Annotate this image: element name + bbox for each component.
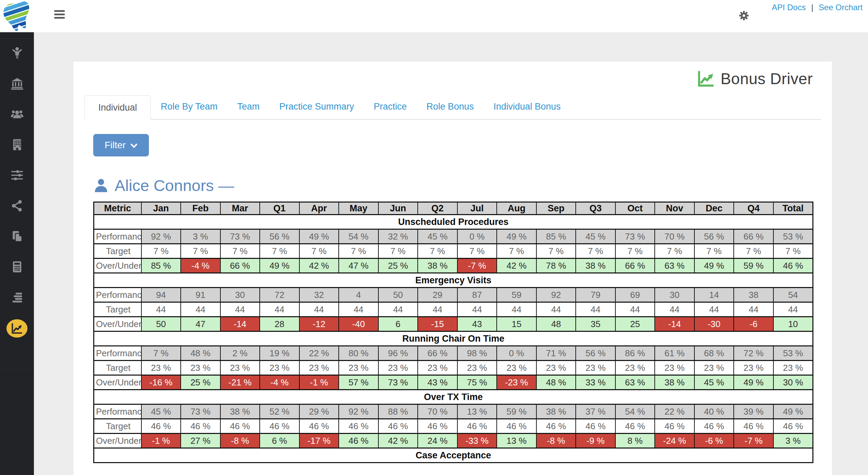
sidebar-item-teams[interactable]: [0, 99, 34, 130]
value-cell: 73 %: [378, 375, 418, 390]
value-cell: 19 %: [260, 346, 299, 361]
tab-practice-summary[interactable]: Practice Summary: [270, 95, 364, 119]
value-cell: 49 %: [260, 259, 299, 273]
tooth-logo-icon: [3, 1, 35, 31]
metric-label-cell: Over/Under: [94, 375, 141, 390]
top-links: API Docs | See Orchart: [772, 3, 863, 12]
value-cell: 45 %: [141, 404, 181, 419]
value-cell: 46 %: [615, 419, 655, 434]
value-cell: 46 %: [536, 419, 576, 434]
tab-role-bonus[interactable]: Role Bonus: [417, 95, 484, 119]
metric-row-performance: Performance7 %48 %2 %19 %22 %80 %96 %66 …: [94, 346, 813, 361]
child-icon: [11, 47, 23, 61]
metric-label-cell: Target: [94, 302, 141, 317]
section-header: Over TX Time: [94, 390, 813, 404]
value-cell: 14: [694, 288, 734, 302]
share-icon: [11, 200, 23, 213]
tab-individual[interactable]: Individual: [84, 95, 151, 120]
sidebar-item-documents[interactable]: [0, 222, 34, 252]
tab-individual-bonus[interactable]: Individual Bonus: [484, 95, 570, 119]
metric-row-overunder: Over/Under85 %-4 %66 %49 %42 %47 %25 %38…: [94, 259, 813, 273]
sidebar-item-calculator[interactable]: [0, 252, 34, 283]
building-icon: [11, 138, 23, 152]
metric-label-cell: Target: [94, 361, 141, 375]
value-cell: 7 %: [181, 244, 220, 259]
value-cell: -14: [655, 317, 694, 331]
sidebar-item-bonus-driver[interactable]: [0, 313, 34, 344]
section-header: Emergency Visits: [94, 273, 813, 288]
tab-practice[interactable]: Practice: [364, 95, 417, 119]
value-cell: 44: [497, 302, 536, 317]
value-cell: 44: [536, 302, 576, 317]
person-name: Alice Connors —: [115, 176, 234, 195]
value-cell: -30: [694, 317, 734, 331]
value-cell: 47: [181, 317, 220, 331]
sidebar-item-practice[interactable]: [0, 69, 34, 99]
value-cell: 44: [260, 302, 299, 317]
value-cell: 46 %: [734, 419, 773, 434]
section-header: Case Acceptance: [94, 448, 813, 463]
value-cell: 46 %: [220, 419, 260, 434]
value-cell: 85 %: [536, 229, 576, 244]
value-cell: 38: [734, 288, 773, 302]
value-cell: 42 %: [378, 434, 418, 448]
value-cell: 46 %: [260, 419, 299, 434]
value-cell: 54 %: [339, 229, 378, 244]
settings-gear-button[interactable]: [738, 10, 749, 21]
see-orchart-link[interactable]: See Orchart: [819, 3, 863, 12]
value-cell: 86 %: [615, 346, 655, 361]
hamburger-icon: [54, 10, 65, 12]
copy-icon: [11, 230, 23, 244]
bank-icon: [11, 77, 23, 91]
value-cell: 73 %: [181, 404, 220, 419]
value-cell: 4: [339, 288, 378, 302]
value-cell: -23 %: [497, 375, 536, 390]
sidebar-item-patients[interactable]: [0, 38, 34, 69]
api-docs-link[interactable]: API Docs: [772, 3, 806, 12]
tab-role-by-team[interactable]: Role By Team: [151, 95, 228, 119]
filter-button[interactable]: Filter: [93, 134, 149, 156]
value-cell: 22 %: [299, 346, 339, 361]
value-cell: -21 %: [220, 375, 260, 390]
value-cell: 44: [694, 302, 734, 317]
sidebar-item-office[interactable]: [0, 130, 34, 160]
value-cell: 88 %: [378, 404, 418, 419]
value-cell: -1 %: [299, 375, 339, 390]
chart-line-icon: [697, 70, 715, 88]
value-cell: 59 %: [734, 259, 773, 273]
value-cell: -7 %: [457, 259, 497, 273]
value-cell: 54: [773, 288, 813, 302]
value-cell: 44: [615, 302, 655, 317]
value-cell: 46 %: [773, 419, 813, 434]
column-header: Sep: [536, 202, 576, 215]
metric-label-cell: Over/Under: [94, 259, 141, 273]
value-cell: 23 %: [141, 361, 181, 375]
column-header: Aug: [497, 202, 536, 215]
sidebar-empty-slot: [0, 344, 34, 374]
value-cell: -40: [339, 317, 378, 331]
value-cell: 2 %: [220, 346, 260, 361]
app-logo[interactable]: [3, 1, 35, 31]
value-cell: -12: [299, 317, 339, 331]
value-cell: 44: [576, 302, 615, 317]
value-cell: 25 %: [378, 259, 418, 273]
value-cell: 92: [536, 288, 576, 302]
value-cell: 23 %: [694, 361, 734, 375]
value-cell: 43 %: [418, 375, 457, 390]
value-cell: 63 %: [615, 375, 655, 390]
sidebar-item-reports[interactable]: [0, 283, 34, 313]
tab-bar: IndividualRole By TeamTeamPractice Summa…: [84, 95, 821, 120]
value-cell: 38 %: [418, 259, 457, 273]
value-cell: 15: [497, 317, 536, 331]
metric-row-performance: Performance92 %3 %73 %56 %49 %54 %32 %45…: [94, 229, 813, 244]
menu-toggle-button[interactable]: [54, 10, 65, 21]
metric-row-target: Target23 %23 %23 %23 %23 %23 %23 %23 %23…: [94, 361, 813, 375]
value-cell: 53 %: [773, 346, 813, 361]
value-cell: 23 %: [378, 361, 418, 375]
chart-line-icon: [6, 319, 27, 338]
value-cell: 46 %: [497, 419, 536, 434]
sidebar-item-settings[interactable]: [0, 160, 34, 191]
sidebar-item-sharing[interactable]: [0, 191, 34, 222]
tab-team[interactable]: Team: [228, 95, 270, 119]
section-row: Over TX Time: [94, 390, 813, 404]
